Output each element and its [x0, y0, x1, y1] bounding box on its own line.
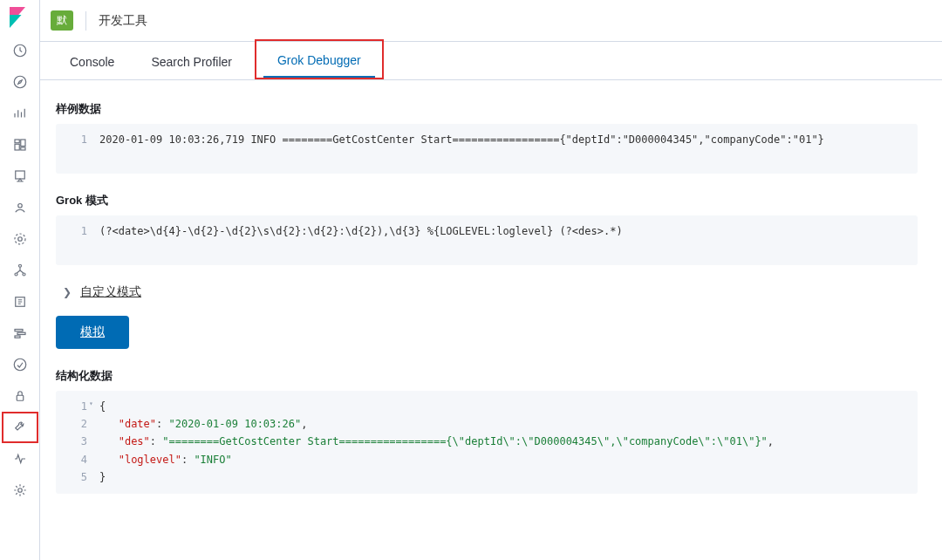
svg-point-20	[14, 359, 26, 371]
json-key-des: "des"	[119, 435, 150, 447]
svg-point-10	[17, 204, 22, 208]
simulate-button[interactable]: 模拟	[56, 316, 129, 349]
kibana-logo[interactable]	[10, 7, 31, 28]
svg-rect-8	[20, 147, 24, 150]
output-label: 结构化数据	[56, 368, 918, 384]
dashboard-icon[interactable]	[2, 129, 38, 160]
chevron-right-icon: ❯	[63, 286, 72, 298]
ml-icon[interactable]	[2, 223, 38, 255]
header-divider	[85, 11, 86, 31]
sample-data-editor[interactable]: 1 2020-01-09 10:03:26,719 INFO ========G…	[56, 124, 918, 174]
custom-patterns-label: 自定义模式	[80, 284, 141, 300]
uptime-icon[interactable]	[2, 349, 38, 380]
security-icon[interactable]	[2, 380, 38, 412]
monitoring-icon[interactable]	[2, 443, 38, 475]
svg-point-13	[18, 264, 21, 267]
tabs: Console Search Profiler Grok Debugger	[40, 42, 942, 80]
json-val-des: "========GetCostCenter Start============…	[162, 435, 768, 447]
tab-grok-highlight: Grok Debugger	[255, 39, 384, 79]
svg-point-22	[17, 488, 22, 493]
svg-rect-19	[15, 336, 20, 338]
svg-point-12	[15, 234, 25, 244]
svg-rect-21	[17, 395, 24, 400]
apm-icon[interactable]	[2, 318, 38, 349]
sample-data-line: 2020-01-09 10:03:26,719 INFO ========Get…	[99, 131, 824, 148]
svg-rect-17	[15, 330, 23, 331]
svg-marker-4	[17, 80, 22, 85]
output-editor[interactable]: 1{ 2 "date": "2020-01-09 10:03:26", 3 "d…	[56, 391, 918, 494]
grok-pattern-label: Grok 模式	[56, 193, 918, 208]
json-key-loglevel: "loglevel"	[119, 454, 181, 466]
compass-icon[interactable]	[2, 66, 38, 98]
tab-search-profiler[interactable]: Search Profiler	[137, 46, 246, 79]
svg-point-3	[14, 76, 26, 88]
sample-data-label: 样例数据	[56, 101, 918, 117]
json-key-date: "date"	[119, 418, 156, 430]
management-icon[interactable]	[2, 475, 38, 506]
svg-rect-5	[15, 140, 19, 143]
canvas-icon[interactable]	[2, 160, 38, 192]
space-badge[interactable]: 默	[51, 10, 73, 31]
infra-icon[interactable]	[2, 255, 38, 286]
svg-rect-18	[17, 332, 25, 334]
visualize-icon[interactable]	[2, 98, 38, 129]
svg-rect-7	[15, 144, 19, 150]
devtools-icon[interactable]	[2, 412, 38, 443]
svg-rect-6	[20, 140, 24, 147]
recent-icon[interactable]	[2, 35, 38, 66]
header: 默 开发工具	[40, 0, 942, 42]
svg-rect-9	[15, 171, 24, 179]
tab-console[interactable]: Console	[56, 46, 128, 79]
page-title: 开发工具	[99, 13, 147, 29]
json-val-date: "2020-01-09 10:03:26"	[169, 418, 302, 430]
custom-patterns-toggle[interactable]: ❯ 自定义模式	[63, 284, 918, 300]
grok-pattern-line: (?<date>\d{4}-\d{2}-\d{2}\s\d{2}:\d{2}:\…	[99, 222, 623, 240]
tab-grok-debugger[interactable]: Grok Debugger	[263, 44, 375, 78]
maps-icon[interactable]	[2, 192, 38, 223]
logs-icon[interactable]	[2, 286, 38, 318]
svg-point-15	[23, 273, 25, 276]
line-number: 1	[56, 131, 99, 148]
line-number: 1	[56, 222, 99, 240]
grok-pattern-editor[interactable]: 1 (?<date>\d{4}-\d{2}-\d{2}\s\d{2}:\d{2}…	[56, 215, 918, 265]
svg-marker-1	[10, 15, 22, 28]
json-val-loglevel: "INFO"	[194, 454, 231, 466]
svg-point-11	[17, 237, 22, 242]
svg-point-14	[15, 273, 17, 276]
